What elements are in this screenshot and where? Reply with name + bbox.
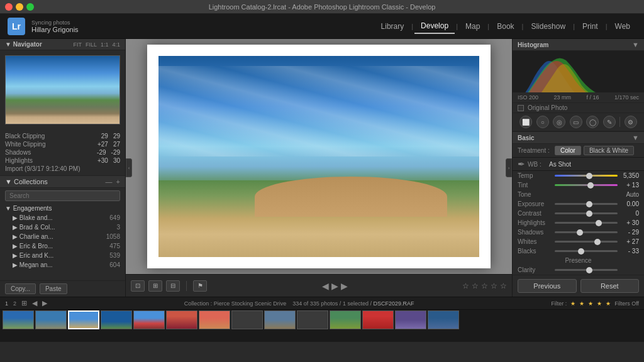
- paste-button[interactable]: Paste: [40, 283, 67, 294]
- filmstrip-thumb[interactable]: [166, 310, 197, 329]
- filters-off-label: Filters Off: [614, 300, 639, 307]
- star-4[interactable]: ☆: [491, 282, 497, 290]
- tool-separator: [619, 117, 620, 127]
- nav-develop[interactable]: Develop: [414, 19, 455, 34]
- reset-button[interactable]: Reset: [580, 279, 640, 293]
- aperture-value: f / 16: [586, 94, 599, 101]
- redeye-tool[interactable]: ◎: [553, 116, 565, 128]
- filmstrip-thumb[interactable]: [264, 310, 296, 329]
- page-1-btn[interactable]: 1: [5, 300, 8, 307]
- filmstrip-thumb[interactable]: [35, 310, 67, 329]
- filter-star-1[interactable]: ★: [570, 300, 575, 307]
- list-item[interactable]: ▶ Megan an...604: [0, 260, 125, 270]
- previous-button[interactable]: Previous: [518, 279, 577, 293]
- nav-slideshow[interactable]: Slideshow: [525, 19, 572, 33]
- minimize-button[interactable]: [16, 3, 23, 11]
- loupe-view-btn[interactable]: ⊡: [131, 280, 145, 292]
- filter-star-3[interactable]: ★: [588, 300, 593, 307]
- eyedropper-icon[interactable]: ✒: [518, 159, 525, 169]
- filter-star-2[interactable]: ★: [579, 300, 584, 307]
- prev-photo-btn[interactable]: ◀: [322, 281, 329, 291]
- auto-tone-btn[interactable]: Auto: [626, 191, 639, 198]
- spot-removal[interactable]: ○: [536, 116, 549, 128]
- nav-map[interactable]: Map: [459, 19, 486, 33]
- left-panel-collapse[interactable]: ‹: [126, 158, 132, 177]
- color-treatment-btn[interactable]: Color: [555, 146, 581, 155]
- tint-slider[interactable]: [555, 184, 618, 186]
- filmstrip-thumb[interactable]: [395, 310, 426, 329]
- filmstrip-thumb[interactable]: [362, 310, 394, 329]
- flag-btn[interactable]: ⚑: [193, 280, 207, 292]
- grid-icon[interactable]: ⊞: [21, 299, 27, 307]
- nav-tools: ◀ ▶ ▶: [322, 281, 348, 291]
- list-item[interactable]: ▶ Brad & Col...3: [0, 222, 125, 232]
- filmstrip-thumb[interactable]: [101, 310, 132, 329]
- iso-value: ISO 200: [518, 94, 538, 101]
- star-5[interactable]: ☆: [500, 282, 507, 290]
- window-controls[interactable]: [5, 3, 34, 11]
- collections-title: ▼ Collections: [5, 178, 48, 185]
- exposure-slider[interactable]: [555, 203, 618, 205]
- filter-star-5[interactable]: ★: [606, 300, 611, 307]
- copy-button[interactable]: Copy...: [5, 283, 36, 294]
- filmstrip-thumb[interactable]: [3, 310, 34, 329]
- highlights-slider[interactable]: [555, 222, 618, 224]
- nav-fill[interactable]: FILL: [86, 41, 97, 48]
- next-nav-btn[interactable]: ▶: [42, 299, 47, 307]
- maximize-button[interactable]: [26, 3, 34, 11]
- settings-btn[interactable]: ⚙: [625, 116, 637, 128]
- filmstrip-thumb[interactable]: [199, 310, 230, 329]
- histogram-menu[interactable]: ▼: [632, 41, 639, 48]
- nav-web[interactable]: Web: [609, 19, 636, 33]
- right-panel-collapse[interactable]: ›: [506, 158, 512, 177]
- play-btn[interactable]: ▶: [331, 281, 338, 291]
- add-collection-btn[interactable]: +: [116, 178, 120, 185]
- star-3[interactable]: ☆: [481, 282, 488, 290]
- filter-star-4[interactable]: ★: [597, 300, 602, 307]
- shadows-slider[interactable]: [555, 231, 618, 233]
- blacks-slider[interactable]: [555, 250, 618, 252]
- grid-view-btn[interactable]: ⊞: [148, 280, 162, 292]
- filmstrip-thumb[interactable]: [428, 310, 459, 329]
- nav-print[interactable]: Print: [576, 19, 604, 33]
- separator: [186, 281, 187, 291]
- list-item[interactable]: ▶ Eric and K...539: [0, 251, 125, 260]
- original-photo-checkbox[interactable]: [518, 105, 524, 111]
- list-item[interactable]: ▶ Blake and...649: [0, 213, 125, 222]
- star-1[interactable]: ☆: [462, 282, 469, 290]
- nav-4-1[interactable]: 4:1: [112, 41, 120, 48]
- contrast-label: Contrast: [518, 210, 552, 217]
- nav-1-1[interactable]: 1:1: [101, 41, 109, 48]
- prev-nav-btn[interactable]: ◀: [32, 299, 37, 307]
- collections-search-input[interactable]: [5, 190, 120, 201]
- nav-book[interactable]: Book: [491, 19, 520, 33]
- crop-tool[interactable]: ⬜: [519, 116, 532, 128]
- nav-fit[interactable]: FIT: [73, 41, 82, 48]
- temp-slider[interactable]: [555, 175, 618, 177]
- basic-menu[interactable]: ▼: [632, 134, 639, 141]
- nav-library[interactable]: Library: [375, 19, 411, 33]
- contrast-slider[interactable]: [555, 212, 618, 214]
- collection-group-engagements[interactable]: ▼ Engagements: [0, 204, 125, 213]
- adjustment-brush[interactable]: ✎: [603, 116, 616, 128]
- compare-view-btn[interactable]: ⊟: [166, 280, 180, 292]
- filmstrip-thumb-active[interactable]: [68, 310, 99, 329]
- clarity-slider[interactable]: [555, 269, 618, 271]
- list-item[interactable]: ▶ Eric & Bro...475: [0, 241, 125, 251]
- filmstrip-thumb[interactable]: [330, 310, 361, 329]
- close-button[interactable]: [5, 3, 13, 11]
- filmstrip-thumb[interactable]: [297, 310, 328, 329]
- navigator-header: ▼ Navigator FIT FILL 1:1 4:1: [0, 39, 125, 50]
- filmstrip-thumb[interactable]: [133, 310, 165, 329]
- page-2-btn[interactable]: 2: [13, 300, 16, 307]
- remove-collection-btn[interactable]: —: [106, 178, 113, 185]
- titlebar: Lightroom Catalog-2.lrcat - Adobe Photos…: [0, 0, 644, 14]
- whites-slider[interactable]: [555, 241, 618, 243]
- next-photo-btn[interactable]: ▶: [341, 281, 348, 291]
- radial-filter[interactable]: ◯: [586, 116, 599, 128]
- filmstrip-thumb[interactable]: [231, 310, 263, 329]
- bw-treatment-btn[interactable]: Black & White: [584, 146, 634, 155]
- grad-filter[interactable]: ▭: [570, 116, 582, 128]
- list-item[interactable]: ▶ Charlie an...1058: [0, 232, 125, 241]
- star-2[interactable]: ☆: [472, 282, 479, 290]
